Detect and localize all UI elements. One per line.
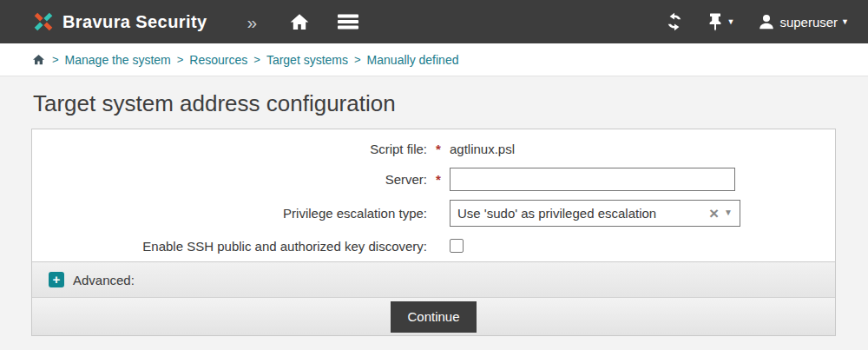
breadcrumb-separator: > [52,53,59,66]
required-marker: * [427,142,450,156]
ssh-discovery-checkbox[interactable] [450,239,464,253]
pin-caret-down-icon: ▼ [727,18,734,26]
script-file-label: Script file: [32,142,427,156]
privilege-escalation-select[interactable]: Use 'sudo' as privileged escalation × ▼ [450,200,740,227]
form-row-privilege-escalation: Privilege escalation type: * Use 'sudo' … [32,195,835,230]
breadcrumb-item-manage-the-system[interactable]: Manage the system [65,53,171,67]
form-row-script-file: Script file: * agtlinux.psl [32,135,835,162]
main-content: Target system address configuration Scri… [0,76,868,350]
breadcrumb-home-icon[interactable] [31,53,46,66]
brand-name: Bravura Security [62,12,207,32]
select-caret-down-icon: ▼ [724,208,733,217]
home-icon [288,11,311,32]
form-footer: Continue [32,297,835,335]
hamburger-icon [337,12,359,31]
form-row-server: Server: * [32,162,835,195]
user-caret-down-icon: ▼ [841,18,849,26]
script-file-value: agtlinux.psl [450,142,515,156]
ssh-discovery-label: Enable SSH public and authorized key dis… [32,239,427,254]
target-address-form-panel: Script file: * agtlinux.psl Server: * Pr… [31,129,836,336]
expand-plus-icon[interactable]: + [49,272,64,287]
privilege-escalation-label: Privilege escalation type: [32,206,427,221]
advanced-label: Advanced: [73,273,135,287]
refresh-icon [664,11,685,32]
app-header: Bravura Security » [0,0,868,43]
refresh-button[interactable] [664,11,685,32]
breadcrumb-item-manually-defined[interactable]: Manually defined [367,53,459,67]
pushpin-icon [707,12,723,31]
main-menu-button[interactable] [337,12,359,31]
bravura-logo-icon [31,10,56,34]
clear-selection-icon[interactable]: × [709,205,719,221]
breadcrumb: > Manage the system > Resources > Target… [0,43,868,76]
server-label: Server: [32,172,427,187]
user-icon [757,12,776,31]
page-title: Target system address configuration [0,76,868,129]
home-button[interactable] [288,11,311,32]
advanced-section-header[interactable]: + Advanced: [32,261,835,297]
required-marker: * [427,172,450,187]
server-input[interactable] [450,168,735,191]
breadcrumb-item-target-systems[interactable]: Target systems [266,53,348,67]
breadcrumb-separator: > [177,53,184,66]
sidebar-expand-chevron-icon[interactable]: » [247,13,257,31]
user-name: superuser [779,15,838,30]
user-menu[interactable]: superuser ▼ [757,12,849,31]
privilege-escalation-selected-value: Use 'sudo' as privileged escalation [457,206,709,221]
pinned-menu-button[interactable]: ▼ [707,12,734,31]
form-row-ssh-discovery: Enable SSH public and authorized key dis… [32,230,835,261]
breadcrumb-separator: > [253,53,260,66]
breadcrumb-separator: > [354,53,361,66]
continue-button[interactable]: Continue [391,301,476,333]
brand-logo[interactable]: Bravura Security [31,10,207,34]
breadcrumb-item-resources[interactable]: Resources [189,53,247,67]
